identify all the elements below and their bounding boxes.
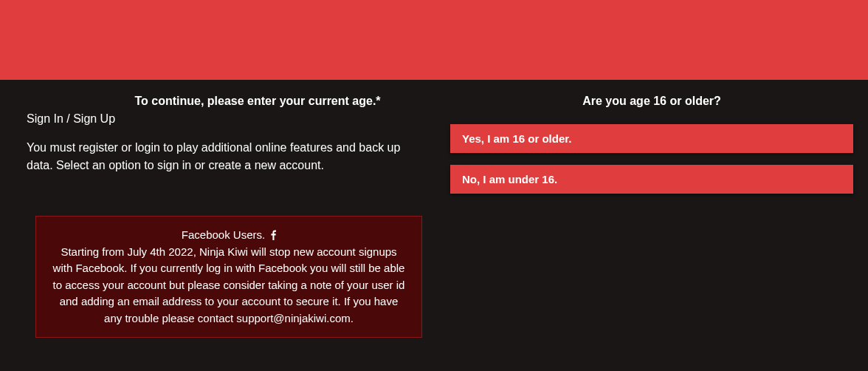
facebook-notice-body: Starting from July 4th 2022, Ninja Kiwi … xyxy=(49,244,408,327)
facebook-notice-title-row: Facebook Users. xyxy=(182,227,276,244)
left-column: To continue, please enter your current a… xyxy=(0,95,443,338)
main-content: To continue, please enter your current a… xyxy=(0,80,868,338)
right-column: Are you age 16 or older? Yes, I am 16 or… xyxy=(443,95,868,338)
signin-heading: Sign In / Sign Up xyxy=(27,112,430,126)
facebook-notice-title: Facebook Users. xyxy=(182,227,265,244)
signin-description: You must register or login to play addit… xyxy=(27,139,430,174)
age-question: Are you age 16 or older? xyxy=(450,95,853,108)
facebook-notice: Facebook Users. Starting from July 4th 2… xyxy=(35,216,422,338)
age-yes-button[interactable]: Yes, I am 16 or older. xyxy=(450,124,853,153)
age-no-button[interactable]: No, I am under 16. xyxy=(450,165,853,194)
age-prompt-text: To continue, please enter your current a… xyxy=(27,95,430,108)
top-banner xyxy=(0,0,868,80)
facebook-icon xyxy=(271,230,276,240)
